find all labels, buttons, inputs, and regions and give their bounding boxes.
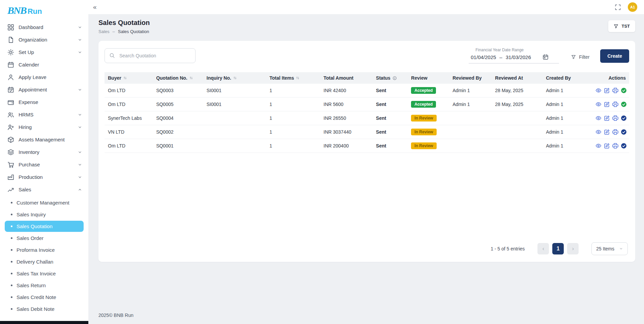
edit-icon[interactable] xyxy=(604,129,610,135)
print-icon[interactable] xyxy=(612,143,618,149)
sidebar-item-appointment[interactable]: Appointment xyxy=(0,83,88,96)
column-header-total-items[interactable]: Total Items xyxy=(266,72,320,84)
cell-reviewed-by: Admin 1 xyxy=(449,84,492,98)
sidebar-subitem-sales-credit-note[interactable]: Sales Credit Note xyxy=(5,292,84,303)
sidebar-item-sales[interactable]: Sales xyxy=(0,183,88,196)
edit-icon[interactable] xyxy=(604,87,610,93)
sidebar-subitem-label: Proforma Invoice xyxy=(17,247,55,253)
approve-check-icon[interactable] xyxy=(621,101,627,107)
view-icon[interactable] xyxy=(595,143,602,149)
cell-review: In Review xyxy=(408,111,449,125)
create-button[interactable]: Create xyxy=(600,49,629,63)
chevron-down-icon xyxy=(78,125,82,130)
bullet-icon xyxy=(11,296,12,298)
sidebar-item-apply-leave[interactable]: Apply Leave xyxy=(0,71,88,83)
approve-check-icon[interactable] xyxy=(621,129,627,135)
view-icon[interactable] xyxy=(595,129,602,135)
cell-reviewed-by xyxy=(449,125,492,139)
print-icon[interactable] xyxy=(612,87,618,93)
sidebar-item-organization[interactable]: Organization xyxy=(0,33,88,46)
page-1-button[interactable]: 1 xyxy=(552,243,564,254)
sidebar-item-label: Purchase xyxy=(19,162,73,167)
approve-check-icon[interactable] xyxy=(621,143,627,149)
date-range-label: Financial Year Date Range xyxy=(471,48,557,52)
sidebar-item-purchase[interactable]: Purchase xyxy=(0,158,88,171)
search-box xyxy=(105,48,196,63)
edit-icon[interactable] xyxy=(604,101,610,107)
sidebar-item-inventory[interactable]: Inventory xyxy=(0,146,88,158)
hiring-icon xyxy=(7,124,14,131)
edit-icon[interactable] xyxy=(604,143,610,149)
cell-reviewed-at: 28 May, 2025 xyxy=(492,98,543,111)
sidebar-subitem-sales-debit-note[interactable]: Sales Debit Note xyxy=(5,303,84,315)
bullet-icon xyxy=(11,308,12,310)
cell-buyer: VN LTD xyxy=(105,125,153,139)
fullscreen-icon[interactable] xyxy=(615,4,621,10)
sidebar-item-dashboard[interactable]: Dashboard xyxy=(0,21,88,33)
cell-actions xyxy=(590,111,629,125)
table-body: Om LTDSQ0003SI00011INR 42400SentAccepted… xyxy=(105,84,629,153)
approve-check-icon[interactable] xyxy=(621,115,627,121)
cell-reviewed-at xyxy=(492,125,543,139)
sidebar-collapse-button[interactable]: « xyxy=(90,3,99,11)
column-header-inquiry-no[interactable]: Inquiry No. xyxy=(203,72,266,84)
breadcrumb: Sales – Sales Quotation xyxy=(98,29,150,34)
cell-quotation-no: SQ0002 xyxy=(153,125,203,139)
sidebar-item-set-up[interactable]: Set Up xyxy=(0,46,88,58)
sort-icon[interactable] xyxy=(233,76,237,80)
column-header-buyer[interactable]: Buyer xyxy=(105,72,153,84)
cell-reviewed-by xyxy=(449,111,492,125)
inventory-icon xyxy=(7,149,14,156)
sidebar-subitem-sales-inquiry[interactable]: Sales Inquiry xyxy=(5,209,84,220)
calendar-icon[interactable] xyxy=(543,54,549,60)
sort-icon[interactable] xyxy=(189,76,193,80)
chevron-down-icon xyxy=(78,175,82,180)
view-icon[interactable] xyxy=(595,115,602,121)
sidebar-subitem-proforma-invoice[interactable]: Proforma Invoice xyxy=(5,244,84,255)
view-icon[interactable] xyxy=(595,101,602,107)
cell-review: Accepted xyxy=(408,84,449,98)
bullet-icon xyxy=(11,225,12,227)
print-icon[interactable] xyxy=(612,115,618,121)
sidebar-item-hrms[interactable]: HRMS xyxy=(0,108,88,121)
appointment-icon xyxy=(7,86,14,93)
sidebar-item-expense[interactable]: Expense xyxy=(0,96,88,108)
print-icon[interactable] xyxy=(612,101,618,107)
column-header-quotation-no[interactable]: Quotation No. xyxy=(153,72,203,84)
avatar[interactable]: A1 xyxy=(628,2,637,12)
breadcrumb-current: Sales Quotation xyxy=(118,29,149,34)
sidebar-item-assets-management[interactable]: Assets Management xyxy=(0,133,88,146)
sidebar-subitem-sales-tax-invoice[interactable]: Sales Tax Invoice xyxy=(5,268,84,279)
sidebar-subitem-delivery-challan[interactable]: Delivery Challan xyxy=(5,256,84,267)
cell-review: In Review xyxy=(408,125,449,139)
sidebar-item-production[interactable]: Production xyxy=(0,171,88,183)
breadcrumb-separator: – xyxy=(113,29,115,34)
sidebar-menu: DashboardOrganizationSet UpCalenderApply… xyxy=(0,21,88,316)
sidebar-subitem-sales-return[interactable]: Sales Return xyxy=(5,280,84,291)
app-window: BNB Run DashboardOrganizationSet UpCalen… xyxy=(0,0,644,324)
cell-buyer: Om LTD xyxy=(105,84,153,98)
pagination: 1 - 5 of 5 entries ‹ 1 › 25 Items xyxy=(105,239,629,257)
sort-icon[interactable] xyxy=(123,76,127,80)
filter-button[interactable]: Filter xyxy=(569,54,591,60)
sidebar-subitem-sales-quotation[interactable]: Sales Quotation xyxy=(5,221,84,232)
approve-check-icon[interactable] xyxy=(621,87,627,93)
page-size-select[interactable]: 25 Items xyxy=(591,242,628,255)
edit-icon[interactable] xyxy=(604,115,610,121)
search-input[interactable] xyxy=(119,53,191,59)
content: Sales Quotation Sales – Sales Quotation … xyxy=(88,14,644,324)
view-icon[interactable] xyxy=(595,87,602,93)
sidebar-item-calender[interactable]: Calender xyxy=(0,58,88,71)
tst-environment-button[interactable]: TST xyxy=(608,20,635,32)
next-page-button[interactable]: › xyxy=(567,243,579,254)
cell-total-items: 1 xyxy=(266,125,320,139)
sidebar-subitem-sales-order[interactable]: Sales Order xyxy=(5,233,84,244)
sidebar-subitem-customer-management[interactable]: Customer Management xyxy=(5,197,84,208)
breadcrumb-parent[interactable]: Sales xyxy=(98,29,110,34)
sort-icon[interactable] xyxy=(296,76,300,80)
prev-page-button[interactable]: ‹ xyxy=(537,243,549,254)
cell-buyer: SynerTech Labs xyxy=(105,111,153,125)
sidebar-item-hiring[interactable]: Hiring xyxy=(0,121,88,133)
print-icon[interactable] xyxy=(612,129,618,135)
financial-year-date-range[interactable]: Financial Year Date Range 01/04/2025 – 3… xyxy=(469,48,559,63)
